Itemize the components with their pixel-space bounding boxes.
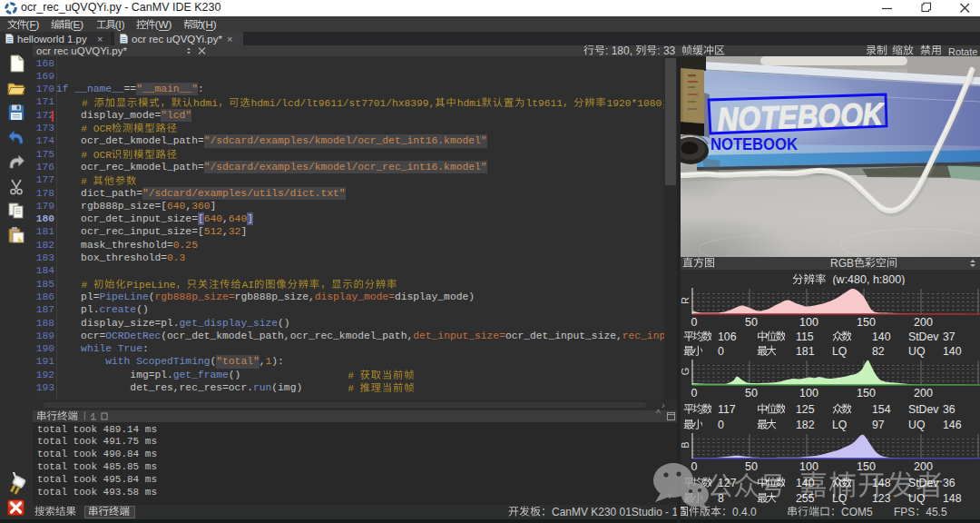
svg-text:NOTEBOOK: NOTEBOOK	[710, 136, 799, 153]
svg-text:AI: AI	[242, 280, 255, 290]
svg-text:#: #	[348, 370, 360, 380]
svg-text:#: #	[81, 175, 93, 185]
svg-text:#: #	[82, 98, 94, 108]
svg-text:PipeLine: PipeLine	[127, 280, 176, 290]
svg-text:#: #	[348, 383, 360, 393]
svg-text:hdmi: hdmi	[193, 98, 218, 108]
svg-text:1920*1080: 1920*1080	[607, 98, 662, 108]
svg-text:: 33: : 33	[657, 44, 675, 56]
svg-text:#: #	[82, 280, 94, 290]
svg-text:# OCR: # OCR	[81, 150, 112, 160]
svg-text:(I): (I)	[114, 19, 124, 30]
svg-text:(w:480, h:800): (w:480, h:800)	[827, 273, 906, 286]
svg-text:(W): (W)	[155, 19, 172, 30]
svg-text:: 180,: : 180,	[605, 44, 635, 56]
svg-text:RGB: RGB	[830, 257, 854, 269]
svg-text:# OCR: # OCR	[81, 123, 112, 133]
svg-text:hdmi: hdmi	[457, 98, 482, 108]
svg-text:(E): (E)	[70, 19, 83, 30]
svg-text:(H): (H)	[202, 19, 217, 30]
svg-text:hdmi/lcd/lt9611/st7701/hx8399,: hdmi/lcd/lt9611/st7701/hx8399,	[251, 98, 436, 108]
svg-text:lt9611: lt9611	[525, 98, 563, 108]
